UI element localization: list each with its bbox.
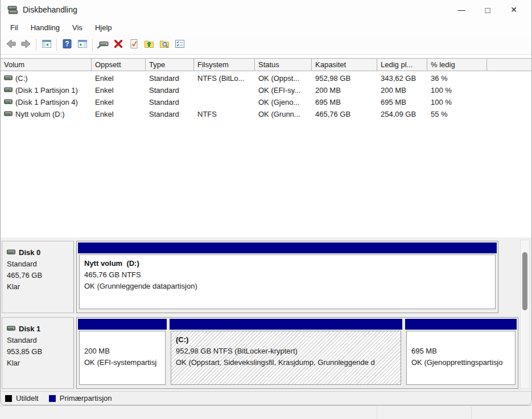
volume-row[interactable]: (C:)EnkelStandardNTFS (BitLo...OK (Oppst… [1, 72, 531, 84]
scrollbar-thumb[interactable] [522, 252, 527, 310]
menu-hjelp[interactable]: Hjelp [89, 22, 118, 34]
cell-type: Standard [146, 98, 194, 106]
minimize-button[interactable]: — [448, 0, 475, 19]
volume-row[interactable]: Nytt volum (D:)EnkelStandardNTFSOK (Grun… [1, 108, 531, 120]
folder-up-button[interactable] [141, 38, 156, 52]
cell-status: OK (Oppst... [255, 74, 312, 83]
mark-partition-icon [128, 38, 139, 52]
column-header-kapasitet[interactable]: Kapasitet [312, 59, 377, 71]
disk-drive-icon [7, 324, 15, 333]
cell-kapasitet: 465,76 GB [312, 110, 377, 118]
partition-body[interactable]: (C:)952,98 GB NTFS (BitLocker-kryptert)O… [171, 331, 401, 385]
show-console-tree-button[interactable] [39, 38, 54, 52]
partition-body[interactable]: 695 MBOK (Gjenopprettingspartisjo [406, 331, 515, 385]
column-header-oppsett[interactable]: Oppsett [92, 59, 146, 71]
column-header-volum[interactable]: Volum [1, 59, 92, 71]
legend-item-utildelt: Utildelt [5, 394, 39, 402]
partition-body[interactable]: 200 MBOK (EFI-systempartisj [79, 331, 166, 385]
volume-row[interactable]: (Disk 1 Partisjon 1)EnkelStandardOK (EFI… [1, 84, 531, 96]
column-header-type[interactable]: Type [146, 59, 194, 71]
volume-drive-icon [4, 110, 15, 118]
toolbar-separator [36, 39, 36, 51]
cell-status: OK (Grunn... [255, 110, 312, 118]
partition-title: (C:) [176, 334, 398, 346]
close-button[interactable]: ✕ [501, 0, 527, 19]
partition-status: OK (EFI-systempartisj [84, 357, 163, 368]
partition-size-fs: 695 MB [411, 346, 513, 357]
partition-size-fs: 200 MB [84, 346, 163, 357]
disk-name: Disk 0 [7, 246, 73, 258]
cell-oppsett: Enkel [92, 86, 146, 95]
vertical-scrollbar[interactable] [520, 240, 530, 389]
column-header-ledig[interactable]: % ledig [427, 59, 487, 71]
cell-volume: (Disk 1 Partisjon 4) [1, 98, 92, 106]
disk-label-1[interactable]: Disk 1Standard953,85 GBKlar [2, 317, 74, 389]
menu-handling[interactable]: Handling [24, 22, 66, 34]
menu-fil[interactable]: Fil [4, 22, 24, 34]
column-header-ledigpl[interactable]: Ledig pl... [377, 59, 427, 71]
disk-properties-button[interactable] [95, 38, 110, 52]
partition-status: OK (Gjenopprettingspartisjo [411, 357, 513, 368]
disk-type: Standard [7, 335, 73, 346]
partition-title [411, 334, 513, 346]
back-arrow-icon [5, 38, 17, 52]
column-header-status[interactable]: Status [255, 59, 312, 71]
cell-status: OK (Gjeno... [255, 98, 312, 106]
partition-size-fs: 952,98 GB NTFS (BitLocker-kryptert) [176, 346, 398, 357]
folder-search-button[interactable] [156, 38, 172, 52]
partition-200 MB[interactable]: 200 MBOK (EFI-systempartisj [78, 319, 167, 387]
disk-row-1: Disk 1Standard953,85 GBKlar200 MBOK (EFI… [2, 317, 518, 389]
delete-volume-button[interactable] [110, 38, 126, 52]
cell-ledig: 200 MB [377, 86, 427, 95]
help-button[interactable]: ? [59, 38, 75, 52]
cell-type: Standard [146, 110, 194, 118]
back-arrow-button[interactable] [3, 38, 18, 52]
legend-color-swatch [49, 395, 56, 402]
disk-status: Klar [7, 358, 73, 369]
volume-row[interactable]: (Disk 1 Partisjon 4)EnkelStandardOK (Gje… [1, 96, 531, 108]
title-bar: Diskbehandling — □ ✕ [1, 0, 531, 19]
mark-partition-button[interactable] [126, 38, 141, 52]
forward-arrow-button[interactable] [18, 38, 34, 52]
partition-Nytt volum (D:)[interactable]: Nytt volum (D:)465,76 GB NTFSOK (Grunnle… [78, 243, 497, 311]
cell-ledig: 343,62 GB [377, 74, 427, 83]
folder-search-icon [159, 38, 170, 52]
show-action-pane-button[interactable] [75, 38, 90, 52]
partition-type-bar [78, 243, 497, 253]
disk-graphical-view: Disk 0Standard465,76 GBKlarNytt volum (D… [1, 237, 531, 391]
show-console-tree-icon [41, 38, 52, 52]
partition-title [84, 334, 163, 346]
disk-type: Standard [7, 258, 73, 270]
cell-volume: (Disk 1 Partisjon 1) [1, 86, 92, 95]
help-icon: ? [61, 38, 73, 52]
partition-(C:)[interactable]: (C:)952,98 GB NTFS (BitLocker-kryptert)O… [170, 319, 402, 387]
volume-drive-icon [4, 74, 15, 83]
cell-pct_ledig: 100 % [427, 86, 487, 95]
disk-management-app-icon [7, 5, 18, 15]
partition-track: 200 MBOK (EFI-systempartisj(C:)952,98 GB… [76, 317, 518, 389]
cell-ledig: 254,09 GB [377, 110, 427, 118]
partition-695 MB[interactable]: 695 MBOK (Gjenopprettingspartisjo [405, 319, 517, 387]
volume-list: VolumOppsettTypeFilsystemStatusKapasitet… [1, 55, 531, 237]
legend-item-primærpartisjon: Primærpartisjon [49, 394, 112, 402]
show-action-pane-icon [77, 38, 88, 52]
disk-label-0[interactable]: Disk 0Standard465,76 GBKlar [2, 241, 74, 313]
column-header-filsystem[interactable]: Filsystem [194, 59, 255, 71]
partition-type-bar [405, 319, 517, 330]
disk-size: 953,85 GB [7, 346, 73, 358]
cell-filsystem: NTFS (BitLo... [194, 74, 255, 83]
maximize-button[interactable]: □ [475, 0, 501, 19]
cell-volume: Nytt volum (D:) [1, 110, 92, 118]
folder-up-icon [143, 38, 155, 52]
cell-ledig: 695 MB [377, 98, 427, 106]
cell-kapasitet: 200 MB [312, 86, 377, 95]
menu-bar: FilHandlingVisHjelp [1, 19, 531, 35]
window-controls: — □ ✕ [448, 0, 531, 19]
cell-pct_ledig: 55 % [427, 110, 487, 118]
window-title: Diskbehandling [23, 5, 77, 14]
cell-oppsett: Enkel [92, 110, 146, 118]
volume-drive-icon [4, 86, 15, 95]
partition-body[interactable]: Nytt volum (D:)465,76 GB NTFSOK (Grunnle… [79, 254, 496, 309]
properties-list-button[interactable] [172, 38, 187, 52]
menu-vis[interactable]: Vis [66, 22, 89, 34]
